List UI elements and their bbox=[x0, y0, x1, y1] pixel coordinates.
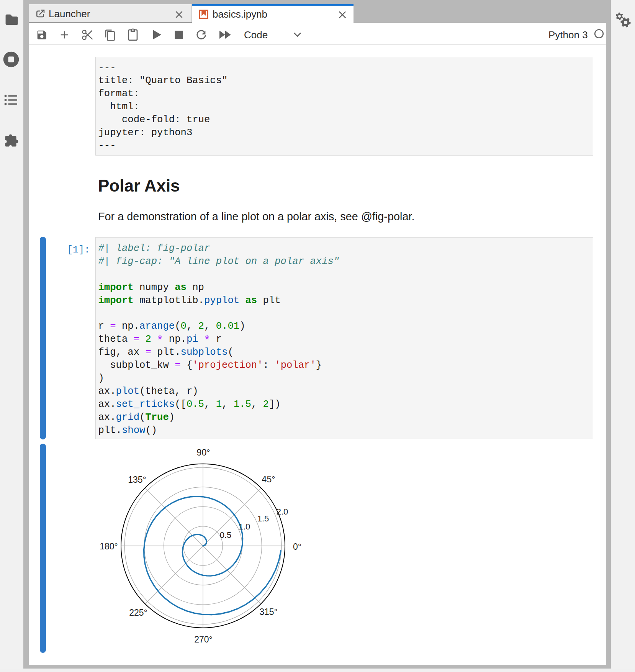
svg-text:45°: 45° bbox=[262, 474, 275, 484]
svg-text:180°: 180° bbox=[100, 541, 118, 551]
svg-text:0°: 0° bbox=[293, 542, 301, 552]
svg-text:1.0: 1.0 bbox=[239, 522, 250, 531]
svg-text:2.0: 2.0 bbox=[277, 507, 288, 516]
svg-text:135°: 135° bbox=[128, 475, 146, 485]
svg-text:315°: 315° bbox=[259, 607, 278, 617]
svg-text:1.5: 1.5 bbox=[257, 514, 269, 523]
svg-text:90°: 90° bbox=[197, 447, 210, 457]
svg-text:225°: 225° bbox=[129, 608, 147, 618]
svg-text:270°: 270° bbox=[194, 634, 213, 644]
svg-text:0.5: 0.5 bbox=[220, 530, 232, 540]
